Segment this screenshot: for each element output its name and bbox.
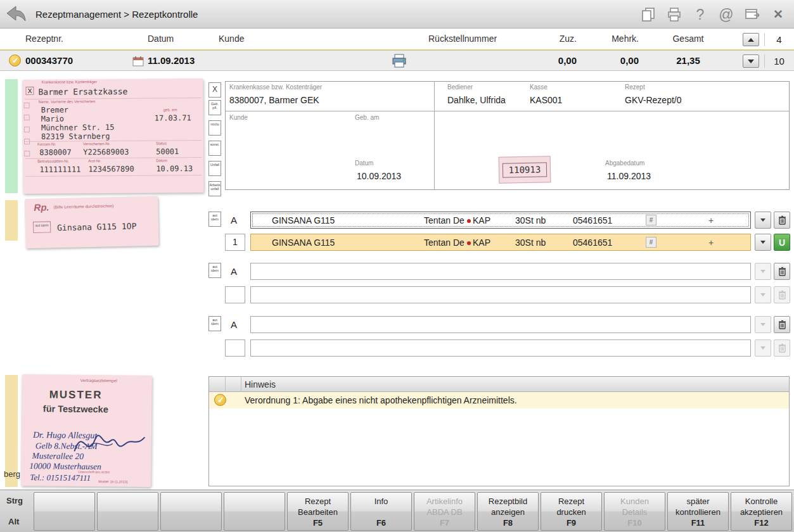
hinweis-header: Hinweis [209, 377, 789, 392]
plus-button[interactable]: + [708, 215, 714, 225]
panel-divider [225, 111, 790, 111]
pager-up-button[interactable] [743, 33, 759, 46]
delete-article-button[interactable] [774, 316, 790, 333]
prescription-rp-scan[interactable]: Rp. (Bitte Leerräume durchstreichen) aut… [25, 196, 159, 248]
scan-aut-idem-box: aut idem [33, 221, 51, 233]
prescribed-article-row[interactable] [250, 316, 751, 333]
print-icon[interactable] [666, 6, 682, 23]
info-button[interactable]: InfoF6 [350, 492, 412, 531]
scan-insurer: Barmer Ersatzkasse [38, 87, 127, 97]
aut-idem-checkbox[interactable]: aut idem [208, 316, 221, 331]
aut-idem-checkbox[interactable]: aut idem [208, 212, 221, 227]
dispensed-count-field[interactable]: 1 [225, 234, 245, 251]
fn-button-f1 [34, 492, 95, 531]
chevron-down-icon [760, 270, 765, 273]
article-dropdown-button[interactable] [755, 212, 771, 229]
hinweis-row[interactable]: Verordnung 1: Abgabe eines nicht apothek… [209, 392, 789, 408]
flag-gebpfl-checkbox[interactable]: Geb. pfl. [208, 100, 221, 115]
pager-current: 4 [764, 33, 793, 46]
delete-article-button [774, 339, 790, 357]
stamp-muster: MUSTER [31, 388, 120, 402]
scan-flag-stub [24, 151, 30, 156]
scan-datum: 10.09.13 [156, 164, 193, 173]
rezept-drucken-button[interactable]: RezeptdruckenF9 [541, 492, 602, 531]
scan-medication: Ginsana G115 1OP [57, 222, 137, 233]
scan-kk-label: Krankenkasse bzw. Kostenträger [41, 80, 97, 84]
scan-indicator-green [5, 79, 18, 193]
scan-checkbox-marked: X [25, 87, 34, 95]
doctor-signature [70, 424, 148, 464]
rezept-bearbeiten-button[interactable]: RezeptBearbeitenF5 [287, 492, 349, 531]
bediener-value: Dahlke, Ulfrida [447, 95, 506, 105]
kontrolle-akzeptieren-button[interactable]: KontrolleakzeptierenF12 [731, 492, 792, 531]
prescribed-article-row[interactable] [250, 263, 751, 280]
delete-article-button[interactable] [774, 212, 790, 229]
dispensed-article-row[interactable]: GINSANA G115 Tentan De KAP 30St nb 05461… [250, 234, 751, 251]
rezeptbild-anzeigen-button[interactable]: RezeptbildanzeigenF8 [477, 492, 539, 531]
hinweis-col-divider [225, 377, 226, 392]
dispensed-article-row[interactable] [250, 286, 751, 303]
flag-unfall-checkbox[interactable]: Unfall [208, 161, 221, 176]
article-pzn: 05461651 [573, 238, 612, 248]
kunden-details-button: KundenDetailsF10 [604, 492, 665, 531]
dispensed-count-field[interactable] [225, 339, 245, 357]
row-rezeptnr: 000343770 [25, 55, 73, 66]
flag-gebuehrfrei-checkbox[interactable]: X [208, 82, 221, 98]
scan-geb-date: 17.03.71 [155, 113, 191, 122]
hash-button[interactable]: # [646, 215, 656, 225]
close-icon[interactable]: ✕ [770, 6, 786, 23]
kasse-label: Kasse [530, 84, 547, 91]
scan-indicator-yellow-1 [5, 200, 18, 241]
prescription-header-scan[interactable]: Krankenkasse bzw. Kostenträger X Barmer … [22, 79, 203, 194]
calendar-icon[interactable] [132, 56, 144, 69]
u-status-button[interactable]: U [774, 234, 790, 251]
article-form: KAP [473, 215, 490, 225]
chevron-down-icon [760, 346, 765, 350]
copy-icon[interactable] [640, 6, 656, 23]
prescription-list-row[interactable]: 000343770 11.09.2013 0,00 0,00 21,35 10 [0, 49, 794, 71]
detach-window-icon[interactable] [744, 6, 760, 23]
row-check-icon [9, 54, 21, 66]
flag-sonst-checkbox[interactable]: sonst. [208, 141, 221, 156]
article-qty: 30St nb [515, 215, 546, 225]
back-button[interactable] [5, 4, 28, 24]
plus-button[interactable]: + [708, 238, 714, 248]
scan-betrieb-nr: 111111111 [39, 165, 80, 174]
doctor-stamp-scan[interactable]: Vertragsarztstempel MUSTER für Testzweck… [21, 374, 152, 487]
flag-arbeitsunfall-checkbox[interactable]: Arbeits unfall [208, 181, 221, 196]
spaeter-kontrollieren-button[interactable]: späterkontrollierenF11 [667, 492, 729, 531]
rezept-label: Rezept [625, 84, 645, 91]
printer-status-icon[interactable] [392, 54, 407, 71]
prescribed-row-label: A [231, 266, 237, 277]
scan-kassen-nr: 8380007 [39, 148, 72, 156]
pager-down-button[interactable] [743, 54, 759, 68]
prescribed-article-row[interactable]: GINSANA G115 Tentan De KAP 30St nb 05461… [250, 212, 751, 229]
arrow-up-icon [748, 38, 754, 42]
dispensed-count-field[interactable] [225, 286, 245, 303]
email-icon[interactable]: @ [718, 6, 734, 23]
flag-noctu-checkbox[interactable]: noctu [208, 120, 221, 136]
article-vendor: Tentan De [424, 215, 464, 225]
scan-vers-label: Versicherten-Nr. [83, 142, 110, 146]
scan-street: Münchner Str. 15 [41, 123, 115, 132]
date-stamp-value: 110913 [503, 162, 547, 177]
col-mehrk: Mehrk. [596, 34, 639, 44]
datum-label: Datum [355, 160, 373, 167]
page-title: Rezeptmanagement > Rezeptkontrolle [35, 0, 198, 28]
delete-article-button[interactable] [774, 263, 790, 280]
aut-idem-checkbox[interactable]: aut idem [208, 263, 221, 278]
rezept-value: GKV-Rezept/0 [625, 95, 682, 105]
dispensed-article-row[interactable] [250, 339, 751, 357]
scan-rp-label: Rp. [34, 201, 49, 213]
article-dropdown-button[interactable] [755, 234, 771, 251]
geb-am-label: Geb. am [355, 114, 379, 121]
hash-button[interactable]: # [646, 237, 656, 248]
scan-vers-nr: Y225689003 [83, 148, 129, 157]
row-datum: 11.09.2013 [148, 55, 195, 66]
col-rezeptnr: Rezeptnr. [25, 34, 63, 44]
kasse-value: KAS001 [530, 95, 562, 105]
help-icon[interactable]: ? [692, 6, 708, 23]
fn-button-f4 [224, 492, 285, 531]
stamp-testzwecke: für Testzwecke [31, 403, 120, 414]
article-dropdown-button [755, 339, 771, 357]
